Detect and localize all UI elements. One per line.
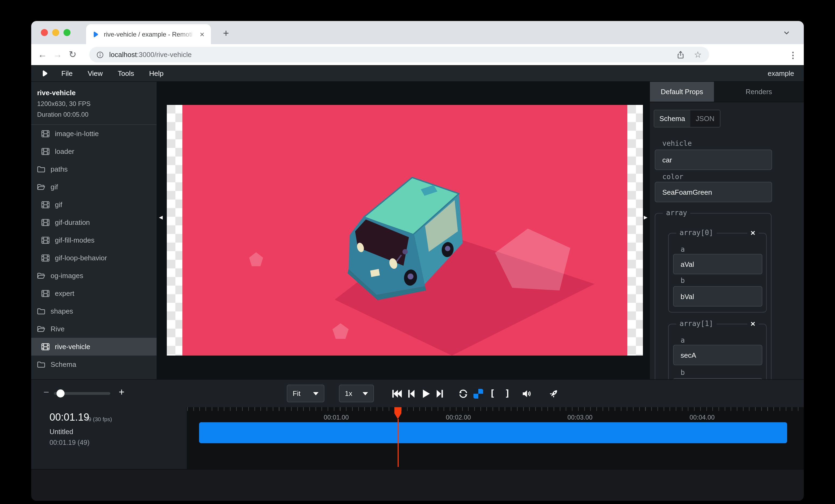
field-value: secA <box>680 351 696 359</box>
menu-help[interactable]: Help <box>149 69 164 77</box>
menu-file[interactable]: File <box>61 69 73 77</box>
next-frame-button[interactable] <box>434 387 447 400</box>
browser-tab[interactable]: rive-vehicle / example - Remoti × <box>86 24 211 44</box>
field-input-a[interactable]: aVal <box>673 254 762 274</box>
back-button[interactable]: ← <box>35 49 50 60</box>
sidebar-item-expert[interactable]: expert <box>31 285 157 302</box>
sidebar-folder-gif[interactable]: gif <box>31 178 157 196</box>
props-panel: Default Props Renders Schema JSON vehicl… <box>649 82 804 379</box>
window-controls <box>41 29 70 36</box>
vehicle-illustration <box>182 105 627 356</box>
current-timecode: 00:01.19 <box>49 412 89 423</box>
volume-icon[interactable] <box>521 388 533 400</box>
remove-array-item-icon[interactable]: × <box>747 319 759 329</box>
playback-rate-select[interactable]: 1x <box>339 384 374 402</box>
collapse-props-icon[interactable]: ▶ <box>643 213 648 221</box>
site-info-icon[interactable] <box>96 50 104 59</box>
fit-value: Fit <box>293 390 301 398</box>
tab-search-chevron-icon[interactable] <box>782 28 791 37</box>
tab-close-icon[interactable]: × <box>199 30 205 38</box>
transparency-toggle-icon[interactable] <box>473 389 483 399</box>
reload-button[interactable]: ↻ <box>65 49 80 60</box>
sidebar-folder-paths[interactable]: paths <box>31 160 157 178</box>
transparency-checker-left <box>167 105 182 356</box>
url-path: :3000/rive-vehicle <box>137 50 192 59</box>
prop-label-vehicle: vehicle <box>662 139 692 147</box>
sidebar-item-loader[interactable]: loader <box>31 143 157 160</box>
ruler-label: 00:02.00 <box>446 414 471 421</box>
sidebar-item-label: gif <box>55 201 62 209</box>
loop-toggle-icon[interactable] <box>457 388 469 400</box>
sidebar-item-gif[interactable]: gif <box>31 196 157 213</box>
minimize-window-button[interactable] <box>52 29 59 36</box>
field-label-a: a <box>680 245 685 253</box>
field-value: bVal <box>680 292 694 300</box>
zoom-window-button[interactable] <box>63 29 70 36</box>
mode-json[interactable]: JSON <box>690 110 720 127</box>
sidebar-item-gif-loop-behavior[interactable]: gif-loop-behavior <box>31 249 157 267</box>
bookmark-star-icon[interactable]: ☆ <box>693 50 702 59</box>
sidebar-item-label: og-images <box>50 272 83 280</box>
ruler-label: 00:04.00 <box>690 414 714 421</box>
share-icon[interactable] <box>676 50 686 59</box>
playback-toolbar: − + Fit 1x [ ] <box>31 379 804 407</box>
browser-menu-icon[interactable]: ⋮ <box>787 48 799 61</box>
array-item-legend: array[1] <box>676 319 716 328</box>
field-input-b[interactable]: bVal <box>673 286 762 307</box>
out-point-button[interactable]: ] <box>505 388 510 399</box>
field-input-a[interactable]: secA <box>673 345 762 365</box>
in-point-button[interactable]: [ <box>490 388 495 399</box>
tab-renders[interactable]: Renders <box>714 82 804 102</box>
film-icon <box>41 218 50 227</box>
props-tabs: Default Props Renders <box>650 82 804 102</box>
film-icon <box>41 289 50 298</box>
transparency-checker-right <box>627 105 643 356</box>
menu-tools[interactable]: Tools <box>118 69 134 77</box>
timeline-ruler[interactable] <box>187 407 804 411</box>
sidebar-item-label: image-in-lottie <box>55 130 99 138</box>
sidebar-folder-shapes[interactable]: shapes <box>31 302 157 320</box>
film-icon <box>41 253 50 262</box>
timeline-track-area[interactable]: 00:01.00 00:02.00 00:03.00 00:04.00 <box>187 407 804 469</box>
chevron-down-icon <box>313 392 319 395</box>
remove-array-item-icon[interactable]: × <box>747 228 759 238</box>
render-rocket-icon[interactable] <box>548 388 559 400</box>
app-menu-bar: File View Tools Help example <box>31 65 804 82</box>
address-bar[interactable]: localhost:3000/rive-vehicle ☆ <box>89 47 709 62</box>
playhead-grabber[interactable] <box>394 407 401 419</box>
prop-input-vehicle[interactable]: car <box>655 149 772 170</box>
close-window-button[interactable] <box>41 29 48 36</box>
main-area: rive-vehicle 1200x630, 30 FPS Duration 0… <box>31 82 804 379</box>
array-item-0-fieldset: array[0] × a aVal b bVal <box>668 233 767 313</box>
sidebar-item-image-in-lottie[interactable]: image-in-lottie <box>31 125 157 143</box>
forward-button[interactable]: → <box>50 49 65 60</box>
sidebar-item-label: rive-vehicle <box>55 343 90 351</box>
prop-input-color[interactable]: SeaFoamGreen <box>655 182 772 202</box>
sidebar-item-rive-vehicle[interactable]: rive-vehicle <box>31 338 157 356</box>
tab-default-props[interactable]: Default Props <box>650 82 714 102</box>
fit-select[interactable]: Fit <box>287 384 324 402</box>
composition-duration: Duration 00:05.00 <box>37 111 151 118</box>
sidebar-item-gif-fill-modes[interactable]: gif-fill-modes <box>31 231 157 249</box>
sidebar-item-label: gif-duration <box>55 218 90 227</box>
array-label: array <box>663 209 690 217</box>
browser-window: rive-vehicle / example - Remoti × + ← → … <box>31 21 804 501</box>
sidebar-folder-rive[interactable]: Rive <box>31 320 157 338</box>
menu-view[interactable]: View <box>88 69 103 77</box>
new-tab-button[interactable]: + <box>219 26 233 40</box>
timeline-track-bar[interactable] <box>199 422 787 443</box>
play-button[interactable] <box>419 387 432 400</box>
skip-to-start-button[interactable] <box>390 387 403 400</box>
mode-schema[interactable]: Schema <box>654 110 690 127</box>
zoom-out-button[interactable]: − <box>41 387 52 398</box>
sidebar-item-label: paths <box>50 165 68 173</box>
sidebar-folder-schema[interactable]: Schema <box>31 356 157 373</box>
sidebar-item-gif-duration[interactable]: gif-duration <box>31 213 157 231</box>
prop-value: SeaFoamGreen <box>662 188 712 196</box>
zoom-slider-thumb[interactable] <box>57 390 65 398</box>
previous-frame-button[interactable] <box>405 387 418 400</box>
rate-value: 1x <box>345 390 352 398</box>
zoom-in-button[interactable]: + <box>116 387 127 398</box>
collapse-sidebar-icon[interactable]: ◀ <box>158 213 164 221</box>
sidebar-folder-og-images[interactable]: og-images <box>31 267 157 285</box>
